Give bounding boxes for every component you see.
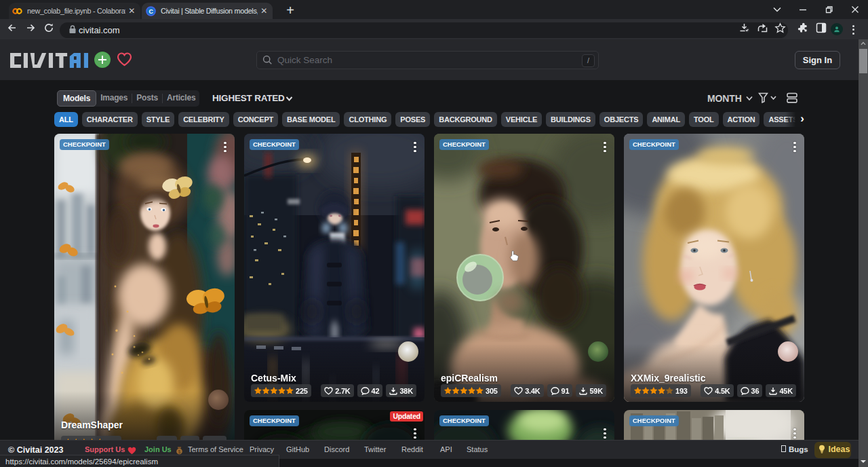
svg-text:$: $ — [178, 449, 181, 455]
